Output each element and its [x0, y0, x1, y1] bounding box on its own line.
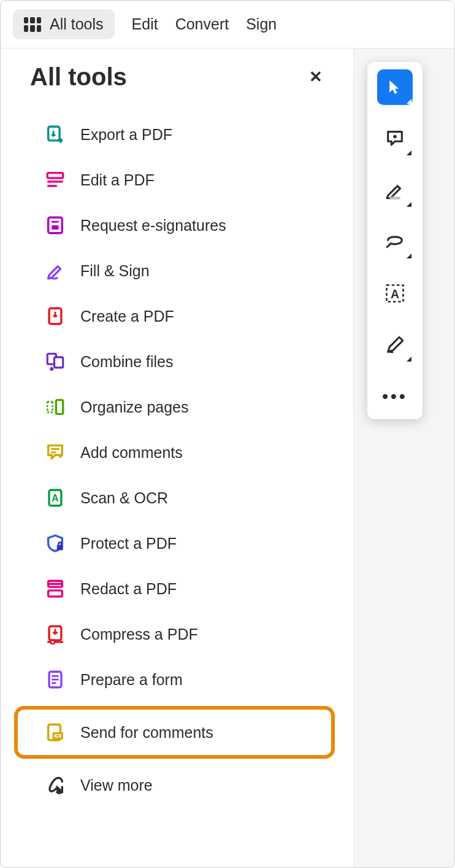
svg-rect-24	[48, 591, 63, 597]
edit-pdf-icon	[45, 169, 66, 190]
compress-pdf-icon	[45, 624, 66, 645]
tool-scan-ocr[interactable]: AScan & OCR	[30, 475, 329, 521]
main-area: All tools ✕ Export a PDFEdit a PDFReques…	[1, 48, 454, 868]
all-tools-pill[interactable]: All tools	[13, 9, 115, 39]
tool-fill-sign[interactable]: Fill & Sign	[30, 248, 329, 293]
tool-add-comments[interactable]: Add comments	[30, 430, 329, 475]
nav-sign[interactable]: Sign	[246, 15, 277, 33]
add-comments-icon	[45, 442, 66, 463]
protect-pdf-icon	[45, 533, 66, 554]
request-esign-icon	[45, 215, 66, 236]
ellipsis-icon: •••	[382, 388, 407, 405]
close-icon[interactable]: ✕	[309, 68, 323, 87]
prepare-form-icon	[45, 669, 66, 690]
draw-tool[interactable]	[377, 224, 413, 260]
tool-label: Protect a PDF	[80, 535, 177, 552]
svg-rect-1	[47, 173, 63, 179]
svg-point-27	[50, 640, 55, 644]
create-pdf-icon	[45, 306, 66, 327]
tool-label: Send for comments	[80, 724, 213, 742]
export-pdf-icon	[45, 124, 66, 145]
lasso-icon	[384, 231, 405, 252]
highlight-tool[interactable]	[377, 172, 413, 208]
tool-label: Compress a PDF	[80, 626, 198, 643]
panel-title: All tools	[30, 63, 127, 91]
grid-icon	[24, 17, 41, 32]
canvas-area: A •••	[354, 48, 454, 868]
nav-convert[interactable]: Convert	[175, 15, 229, 33]
dashed-text-icon: A	[384, 282, 406, 304]
tool-label: Create a PDF	[80, 308, 174, 325]
tool-label: Fill & Sign	[80, 262, 150, 280]
svg-text:A: A	[391, 287, 399, 301]
tool-list: Export a PDFEdit a PDFRequest e-signatur…	[30, 112, 329, 808]
tool-compress-pdf[interactable]: Compress a PDF	[30, 611, 329, 657]
tool-redact-pdf[interactable]: Redact a PDF	[30, 566, 329, 611]
all-tools-label: All tools	[50, 15, 104, 33]
tool-request-esign[interactable]: Request e-signatures	[30, 203, 329, 248]
svg-rect-21	[57, 545, 63, 551]
tool-label: Edit a PDF	[80, 171, 155, 189]
tool-edit-pdf[interactable]: Edit a PDF	[30, 157, 329, 203]
more-tool[interactable]: •••	[377, 379, 413, 414]
svg-text:A: A	[52, 493, 58, 503]
pointer-icon	[386, 78, 404, 96]
fountain-pen-icon	[384, 335, 405, 355]
tool-view-more[interactable]: View more	[30, 762, 329, 808]
view-more-icon	[45, 775, 66, 796]
sign-tool[interactable]	[377, 327, 413, 363]
svg-rect-9	[55, 357, 63, 368]
tool-label: Prepare a form	[80, 671, 183, 689]
tool-label: Scan & OCR	[80, 489, 168, 507]
tool-export-pdf[interactable]: Export a PDF	[30, 112, 329, 157]
fill-sign-icon	[45, 260, 66, 281]
send-comments-icon	[45, 722, 66, 743]
tool-label: Add comments	[80, 444, 183, 462]
svg-rect-10	[56, 400, 63, 414]
tool-send-comments[interactable]: Send for comments	[14, 706, 335, 759]
svg-rect-6	[52, 225, 58, 230]
tool-combine-files[interactable]: Combine files	[30, 339, 329, 384]
nav-edit[interactable]: Edit	[132, 15, 158, 33]
tool-organize-pages[interactable]: Organize pages	[30, 384, 329, 430]
scan-ocr-icon: A	[45, 487, 66, 508]
tool-prepare-form[interactable]: Prepare a form	[30, 657, 329, 702]
pointer-tool[interactable]	[377, 69, 413, 105]
tool-protect-pdf[interactable]: Protect a PDF	[30, 521, 329, 566]
tool-label: Request e-signatures	[80, 217, 226, 234]
tool-create-pdf[interactable]: Create a PDF	[30, 293, 329, 339]
organize-pages-icon	[45, 397, 66, 417]
tools-panel: All tools ✕ Export a PDFEdit a PDFReques…	[1, 48, 354, 868]
redact-pdf-icon	[45, 578, 66, 599]
tool-label: Organize pages	[80, 398, 189, 416]
tool-label: Export a PDF	[80, 126, 172, 144]
combine-files-icon	[45, 351, 66, 372]
pencil-icon	[384, 180, 405, 201]
speech-bubble-icon	[384, 128, 405, 149]
tool-label: Combine files	[80, 353, 173, 371]
right-toolbar: A •••	[367, 62, 422, 419]
comment-tool[interactable]	[377, 121, 413, 157]
top-bar: All tools Edit Convert Sign	[1, 1, 454, 48]
panel-header: All tools ✕	[30, 63, 329, 91]
tool-label: Redact a PDF	[80, 580, 177, 598]
text-select-tool[interactable]: A	[377, 276, 413, 311]
tool-label: View more	[80, 777, 153, 794]
